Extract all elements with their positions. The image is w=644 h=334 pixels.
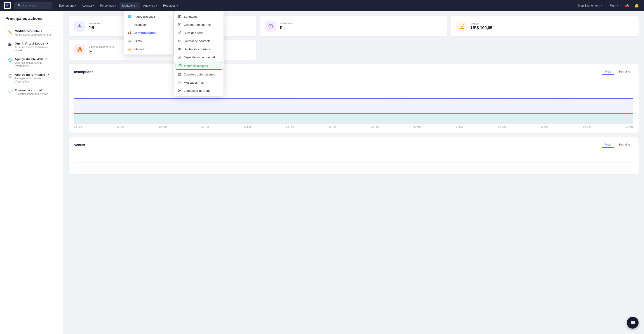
chevron-up-icon: ▴: [136, 4, 138, 7]
submenu-item-journal-courriels[interactable]: Journal de courriels: [174, 37, 224, 45]
chevron-right-icon: ›: [169, 24, 170, 26]
menu-item-inscription[interactable]: 🖨 Inscription ›: [124, 20, 173, 29]
nav-item-evenement[interactable]: Événement ▾: [56, 2, 79, 8]
chat-bubble-button[interactable]: [627, 317, 638, 328]
sidebar-item-title: Aperçu du formulaire ↗: [15, 73, 56, 76]
stat-card-ventes: Ventes US$ 100,05 -: [451, 16, 638, 36]
sidebar-item-courriel[interactable]: ✉️ Envoyer le courriel Prévisualisation …: [4, 86, 59, 98]
svg-point-12: [179, 56, 180, 58]
half-moon-icon: [178, 47, 182, 51]
chevron-down-icon: ▾: [93, 4, 94, 7]
nav-item-personnes[interactable]: Personnes ▾: [98, 2, 119, 8]
chevron-down-icon: ▾: [617, 4, 618, 7]
menu-item-communication[interactable]: 📢 Communication ›: [124, 29, 173, 37]
phone-icon: [178, 89, 182, 92]
mail-auto-icon: [178, 72, 182, 76]
tab-semaine-ventes[interactable]: Semaine: [615, 142, 633, 148]
link-icon: [178, 31, 182, 34]
stat-label: Personnes: [88, 22, 102, 25]
submenu-item-createur-courriel[interactable]: Créateur de courriel: [174, 20, 224, 29]
sidebar: Principales actions ✏️ Modifier les déta…: [0, 11, 63, 334]
marketing-dropdown: 🌐 Pages d'accueil › 🖨 Inscription › 📢 Co…: [124, 11, 224, 96]
app-logo[interactable]: [4, 2, 11, 9]
bell-button[interactable]: 🔔: [633, 2, 640, 9]
submenu-item-expediteur-sms[interactable]: Expéditeur de SMS: [174, 86, 224, 95]
chevron-right-icon: ›: [169, 15, 170, 18]
svg-rect-9: [178, 17, 180, 18]
chevron-right-icon: ›: [169, 40, 170, 42]
x-label: 16 Feb: [116, 126, 124, 128]
nav-item-agenda[interactable]: Agenda ▾: [79, 2, 97, 8]
chevron-right-icon: ›: [169, 48, 170, 50]
block-icon: [178, 64, 182, 68]
chart-tabs: Mois Semaine: [602, 69, 633, 75]
menu-item-billets[interactable]: 🏷 Billets ›: [124, 37, 173, 45]
svg-rect-11: [178, 40, 181, 42]
stat-value: US$ 100,05 -: [471, 26, 495, 30]
chevron-right-icon: ›: [169, 32, 170, 34]
sidebar-item-desc: Accédez à votre événement virtuel: [15, 46, 56, 52]
submenu-item-courriels-bloques[interactable]: Courriels bloqués: [176, 62, 222, 70]
sidebar-item-desc: Prévisualisation des e-mails: [15, 92, 48, 96]
submenu-item-expediteurs-courriel[interactable]: Expéditeurs de courriel: [174, 53, 224, 61]
sidebar-item-formulaire[interactable]: 📋 Aperçu du formulaire ↗ Partager le for…: [4, 70, 59, 86]
person-icon: [178, 55, 182, 59]
mon-evenement-button[interactable]: Mon Événement ▾: [575, 2, 604, 8]
sidebar-item-virtual-lobby[interactable]: 🎥 Ouvrir Virtual Lobby ↗ Accédez à votre…: [4, 39, 59, 55]
submenu-item-suivi-liens[interactable]: Suivi des liens: [174, 29, 224, 37]
submenu-item-sondages[interactable]: Sondages: [174, 12, 224, 20]
chevron-down-icon: ▾: [177, 4, 178, 7]
sidebar-item-desc: Obtenez le lien vers de l'événement: [15, 61, 56, 68]
menu-item-interactif[interactable]: 👆 Interactif ›: [124, 45, 173, 53]
fire-icon: 🔥: [74, 44, 85, 55]
tab-semaine[interactable]: Semaine: [615, 69, 633, 75]
chevron-down-icon: ▾: [75, 4, 76, 7]
chart-ventes: Ventes Mois Semaine: [69, 137, 638, 174]
menu-item-pages-accueil[interactable]: 🌐 Pages d'accueil ›: [124, 12, 173, 20]
megaphone-icon: 📢: [128, 31, 131, 34]
x-label: 24 Feb: [286, 126, 294, 128]
search-input[interactable]: [22, 4, 50, 7]
sidebar-item-modifier[interactable]: ✏️ Modifier les détails Mettre à jour vo…: [4, 27, 59, 39]
globe-icon: 🌐: [8, 58, 12, 62]
stat-value: ∞: [88, 48, 114, 54]
print-icon: 🖨: [128, 23, 131, 26]
nav-item-analytics[interactable]: Analytics ▾: [140, 2, 160, 8]
x-label: 12 Mar: [626, 126, 633, 128]
x-label: 02 Mar: [413, 126, 421, 128]
sidebar-item-site-web[interactable]: 🌐 Aperçu du site Web ↗ Obtenez le lien v…: [4, 55, 59, 70]
external-link-icon: ↗: [45, 58, 47, 60]
sidebar-item-desc: Mettre à jour votre événement: [15, 33, 51, 36]
edit-icon: ✏️: [8, 30, 12, 34]
sidebar-card: ✏️ Modifier les détails Mettre à jour vo…: [4, 26, 60, 100]
search-bar[interactable]: 🔍: [14, 2, 52, 9]
stat-label: Personnes: [280, 22, 292, 25]
x-label: 28 Feb: [371, 126, 379, 128]
user-menu-button[interactable]: Finn ▾: [607, 2, 620, 8]
notifications-button[interactable]: 📣: [623, 2, 630, 9]
sidebar-item-title: Modifier les détails: [15, 30, 51, 33]
stat-label: Cible de l'événement: [88, 45, 114, 48]
mail-icon: ✉️: [8, 89, 12, 94]
tab-mois-ventes[interactable]: Mois: [602, 142, 614, 148]
submenu-item-messages-push[interactable]: Messages Push: [174, 78, 224, 86]
chart-area-ventes: [74, 152, 633, 170]
stat-value: 16 -: [88, 25, 102, 31]
sidebar-item-title: Envoyer le courriel: [15, 88, 48, 92]
clipboard-icon: 📋: [8, 74, 12, 78]
cart-icon: [456, 21, 467, 32]
nav-item-reglages[interactable]: Réglages ▾: [160, 2, 180, 8]
stat-label: Ventes: [471, 22, 495, 26]
x-label: 18 Feb: [159, 126, 166, 128]
nav-item-marketing[interactable]: Marketing ▴: [120, 2, 140, 8]
main-layout: Principales actions ✏️ Modifier les déta…: [0, 11, 644, 334]
sidebar-item-desc: Partager le formulaire d'inscription: [15, 77, 56, 83]
submenu-item-sante-courriels[interactable]: Santé des courriels: [174, 45, 224, 53]
chart-tabs: Mois Semaine: [602, 142, 633, 148]
submenu-item-courriels-automatiques[interactable]: Courriels automatiques: [174, 70, 224, 78]
x-label: 20 Feb: [201, 126, 209, 128]
tab-mois[interactable]: Mois: [602, 69, 614, 75]
x-label: 04 Mar: [456, 126, 464, 128]
globe-icon: 🌐: [128, 15, 131, 18]
top-nav: 🔍 Événement ▾ Agenda ▾ Personnes ▾ Marke…: [0, 0, 644, 11]
